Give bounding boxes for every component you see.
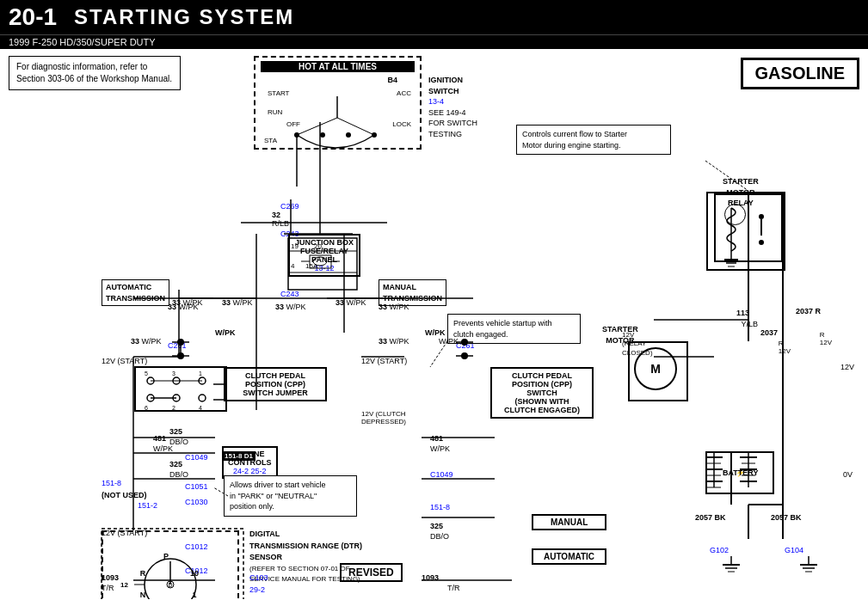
hot-label: HOT AT ALL TIMES: [261, 61, 415, 72]
481-2: 481: [430, 434, 443, 443]
325-dbo-1: 325: [169, 427, 182, 436]
manual-trans-text: MANUAL TRANSMISSION: [383, 283, 442, 303]
tr-2: T/R: [447, 584, 460, 592]
33-wpk-auto: 33 W/PK: [168, 303, 199, 311]
0v-label: 0V: [843, 470, 853, 479]
svg-text:1: 1: [199, 370, 202, 377]
ylb-113: 113: [736, 309, 749, 317]
manual-label: MANUAL: [551, 517, 588, 527]
svg-text:3: 3: [172, 370, 175, 377]
svg-point-78: [759, 214, 764, 219]
automatic-label: AUTOMATIC: [544, 552, 594, 561]
manual-bottom-box: MANUAL: [532, 514, 606, 530]
33-wpk-manual: 33 W/PK: [379, 303, 409, 311]
svg-text:10: 10: [190, 569, 199, 578]
svg-point-79: [759, 240, 764, 245]
park-callout-text: Allows driver to start vehicle in "PARK"…: [230, 481, 326, 511]
cpp-jumper-svg: 5 3 1 6 2 4: [133, 365, 228, 413]
svg-point-67: [199, 395, 206, 401]
svg-rect-76: [707, 193, 785, 270]
automatic-transmission-label: AUTOMATIC TRANSMISSION: [102, 279, 169, 306]
subheader: 1999 F-250 HD/350/SUPER DUTY: [0, 34, 868, 49]
auto-trans-text: AUTOMATIC TRANSMISSION: [106, 283, 165, 303]
151-8-2: 151-8: [430, 503, 450, 511]
ignition-switch-label: IGNITION SWITCH 13-4 SEE 149-4 FOR SWITC…: [428, 75, 477, 140]
ignition-ref2: SEE 149-4: [428, 107, 477, 119]
c1049-1: C1049: [185, 453, 208, 462]
b4-label: B4: [387, 76, 397, 84]
wpk-junction: W/PK: [215, 328, 236, 337]
1093-2: 1093: [422, 573, 439, 582]
svg-text:5: 5: [145, 370, 148, 377]
svg-line-53: [337, 118, 374, 135]
svg-text:4: 4: [199, 405, 202, 411]
engine-151-tag: 151-8 D1: [222, 451, 255, 461]
2057-bk-1: 2057 BK: [695, 513, 726, 522]
svg-text:2: 2: [172, 405, 175, 411]
info-box: For diagnostic information, refer to Sec…: [9, 56, 181, 90]
12v-relay-closed: 12V(RELAYCLOSED): [622, 331, 653, 358]
diagram: GASOLINE For diagnostic information, ref…: [0, 49, 868, 599]
12v-start-dtr: 12V (START): [102, 529, 147, 537]
dtr-sensor-label: DIGITAL TRANSMISSION RANGE (DTR) SENSOR …: [249, 529, 362, 596]
svg-text:P: P: [163, 552, 169, 560]
svg-text:N: N: [140, 591, 146, 599]
starter-callout-text: Controls current flow to Starter Motor d…: [522, 130, 627, 150]
svg-text:1: 1: [192, 591, 196, 599]
325-dbo-3: 325: [430, 522, 443, 530]
page-title: STARTING SYSTEM: [74, 5, 294, 29]
svg-point-98: [177, 352, 184, 359]
park-callout-box: Allows driver to start vehicle in "PARK"…: [224, 475, 357, 517]
dtr-text: DIGITAL TRANSMISSION RANGE (DTR) SENSOR: [249, 529, 362, 564]
starter-callout-box: Controls current flow to Starter Motor d…: [516, 125, 671, 155]
c261-1: C261: [168, 341, 187, 350]
svg-point-49: [346, 132, 351, 138]
33-wpk-row2-mid: 33 W/PK: [379, 337, 409, 346]
info-text: For diagnostic information, refer to Sec…: [16, 62, 172, 83]
engine-ref2: 25-2: [251, 467, 267, 475]
automatic-bottom-box: AUTOMATIC: [532, 548, 606, 565]
33-wpk-row2-left: 33 W/PK: [131, 337, 162, 346]
ignition-ref4: TESTING: [428, 129, 477, 140]
starter-relay-svg: [705, 191, 787, 272]
12v-clutch: 12V (CLUTCH DEPRESSED): [361, 410, 406, 426]
wpk-33-2: 33 W/PK: [222, 298, 253, 307]
481-wpk-2: W/PK: [430, 444, 450, 453]
svg-rect-54: [288, 238, 357, 290]
cpp-switch-text: CLUTCH PEDAL POSITION (CPP) SWITCH (SHOW…: [497, 371, 587, 414]
2037-r: 2037 R: [796, 307, 821, 315]
svg-text:R: R: [140, 569, 146, 578]
cpp-switch-box: CLUTCH PEDAL POSITION (CPP) SWITCH (SHOW…: [490, 367, 594, 419]
325-dbo-color2: DB/O: [169, 470, 188, 479]
325-dbo-2: 325: [169, 460, 182, 468]
cpp-jumper-box: CLUTCH PEDAL POSITION (CPP) SWITCH JUMPE…: [224, 367, 327, 401]
g104-label: G104: [785, 546, 803, 554]
revised-box: REVISED: [340, 563, 403, 582]
header: 20-1 STARTING SYSTEM: [0, 0, 868, 34]
c1030-label: C1030: [185, 498, 208, 506]
c1049-2: C1049: [430, 470, 453, 479]
2037-1: 2037: [760, 328, 778, 337]
c103-label: C103: [249, 573, 268, 582]
ignition-switch-svg: [258, 92, 417, 204]
325-dbo-color3: DB/O: [430, 532, 449, 541]
12v-right: 12V: [840, 363, 854, 371]
c1051-label: C1051: [185, 482, 208, 491]
wpk-33-3: 33 W/PK: [336, 298, 366, 307]
svg-text:12: 12: [120, 581, 128, 589]
svg-rect-61: [135, 367, 226, 411]
clutch-callout-box: Prevents vehicle startup with clutch eng…: [447, 314, 581, 344]
rlb-color: R/LB: [272, 219, 289, 228]
svg-point-60: [313, 257, 327, 266]
clutch-callout-text: Prevents vehicle startup with clutch eng…: [453, 319, 552, 339]
engine-refs: 24-2 25-2: [228, 467, 272, 475]
12v-start-1: 12V (START): [102, 357, 147, 365]
33-wpk-jb: 33 W/PK: [275, 303, 306, 311]
g102-label: G102: [710, 546, 729, 554]
gasoline-badge: GASOLINE: [741, 58, 859, 89]
junction-svg: [284, 234, 361, 294]
2037-r-label: R12V: [779, 340, 791, 355]
cpp-jumper-text: CLUTCH PEDAL POSITION (CPP) SWITCH JUMPE…: [231, 371, 320, 397]
svg-point-100: [461, 352, 468, 359]
2057-bk-2: 2057 BK: [771, 513, 802, 522]
